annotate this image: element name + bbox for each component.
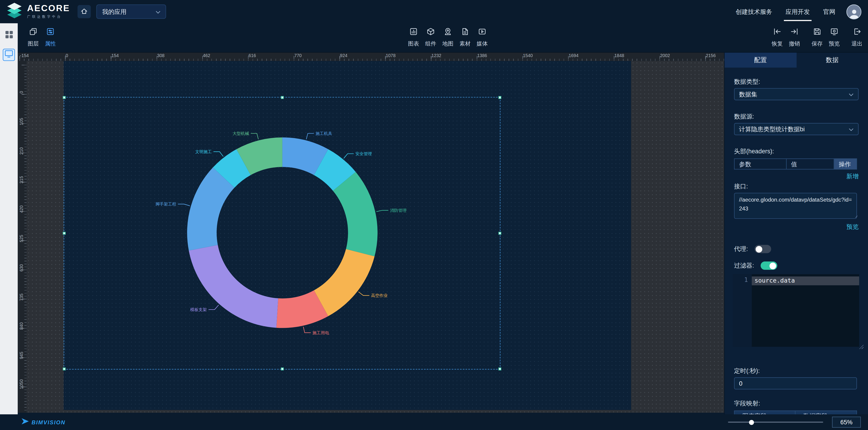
pages-grid-button[interactable]	[3, 29, 15, 41]
resize-handle-se[interactable]	[499, 368, 501, 370]
media-icon	[478, 27, 487, 38]
ruler-mark-v: 0	[19, 88, 24, 97]
design-canvas[interactable]: 施工机具安全管理消防管理高空作业施工用电模板支架脚手架工程文明施工大型机械	[64, 61, 631, 410]
ruler-vertical: 01052103154205256307358409451050	[18, 61, 27, 413]
proxy-label: 代理:	[734, 245, 748, 253]
resize-handle-n[interactable]	[281, 96, 283, 99]
headers-table: 参数 值 操作	[734, 159, 859, 170]
timer-input[interactable]	[734, 377, 857, 390]
properties-panel-button[interactable]: 属性	[42, 23, 59, 48]
donut-label: 施工用电	[312, 331, 329, 335]
brand-subtitle: 广联达数字中台	[27, 14, 70, 19]
tab-data[interactable]: 数据	[796, 53, 868, 67]
topbar: AECORE 广联达数字中台 我的应用 创建技术服务 应用开发 官网	[0, 0, 868, 23]
bimvision-logo-icon	[21, 417, 30, 427]
top-nav: 创建技术服务 应用开发 官网	[736, 0, 846, 23]
ruler-mark-v: 210	[19, 146, 24, 155]
page-thumbnail-button[interactable]	[3, 49, 15, 61]
filter-toggle[interactable]	[761, 261, 777, 270]
ruler-mark-h: 1540	[523, 53, 533, 58]
nav-app-development[interactable]: 应用开发	[785, 0, 810, 23]
donut-chart[interactable]: 施工机具安全管理消防管理高空作业施工用电模板支架脚手架工程文明施工大型机械	[64, 61, 631, 410]
brand: AECORE 广联达数字中台	[0, 2, 70, 21]
toggle-knob	[770, 262, 776, 269]
editor-code-area: source.data	[752, 274, 859, 347]
save-button[interactable]: 保存	[809, 23, 826, 48]
components-button[interactable]: 组件	[423, 23, 439, 48]
ruler-mark-h: 616	[248, 53, 256, 58]
materials-button[interactable]: 素材	[457, 23, 473, 48]
ruler-mark-h: 1232	[432, 53, 441, 58]
resize-grip-icon	[859, 345, 864, 349]
add-header-link[interactable]: 新增	[734, 173, 859, 180]
donut-segment[interactable]	[189, 245, 278, 328]
headers-col-param: 参数	[734, 159, 786, 170]
ruler-mark-h: 308	[157, 53, 164, 58]
field-mapping-label: 字段映射:	[734, 400, 859, 408]
toolbar-center-group: 图表 组件 地图 素材	[405, 23, 490, 48]
app-root: AECORE 广联达数字中台 我的应用 创建技术服务 应用开发 官网	[0, 0, 868, 430]
toolbar-left-group: 图层 属性	[25, 23, 59, 48]
toolbar-label: 恢复	[772, 40, 783, 48]
workspace: 施工机具安全管理消防管理高空作业施工用电模板支架脚手架工程文明施工大型机械	[27, 61, 724, 413]
donut-label: 文明施工	[195, 149, 212, 154]
screen-icon	[4, 50, 13, 60]
resize-handle-sw[interactable]	[63, 368, 65, 370]
proxy-toggle[interactable]	[754, 245, 771, 253]
app-select[interactable]: 我的应用	[97, 4, 166, 19]
resize-handle-nw[interactable]	[63, 96, 65, 99]
donut-label-line	[209, 305, 218, 310]
user-avatar[interactable]	[846, 4, 861, 19]
media-button[interactable]: 媒体	[474, 23, 490, 48]
restore-button[interactable]: 恢复	[769, 23, 785, 48]
field-mapping-header: 图表字段 数据字段	[734, 410, 859, 414]
donut-label-line	[344, 154, 354, 159]
api-url-input[interactable]: //aecore.glodon.com/datavp/dataSets/gdc?…	[734, 193, 857, 219]
exit-button[interactable]: 退出	[849, 23, 865, 48]
toolbar: 图层 属性 图表 组件	[18, 23, 868, 53]
ruler-mark-v: 105	[19, 117, 24, 126]
resize-handle-w[interactable]	[63, 232, 65, 235]
donut-label: 大型机械	[232, 131, 249, 136]
resize-handle-e[interactable]	[499, 232, 501, 235]
chevron-down-icon	[849, 126, 854, 133]
nav-create-tech-service[interactable]: 创建技术服务	[736, 0, 772, 23]
zoom-value: 65%	[832, 417, 861, 428]
properties-icon	[46, 27, 55, 38]
save-icon	[813, 27, 822, 38]
data-type-select[interactable]: 数据集	[734, 88, 859, 101]
filter-code-editor[interactable]: 1 source.data	[733, 274, 859, 347]
resize-handle-ne[interactable]	[499, 96, 501, 99]
preview-button[interactable]: 预览	[826, 23, 842, 48]
donut-segment[interactable]	[314, 249, 374, 316]
app-select-value: 我的应用	[102, 7, 126, 16]
zoom-slider-knob[interactable]	[749, 420, 754, 425]
resize-handle-s[interactable]	[281, 368, 283, 370]
headers-col-action: 操作	[834, 159, 857, 170]
chevron-down-icon	[849, 91, 854, 97]
toolbar-label: 属性	[45, 40, 56, 48]
fm-col-data-field: 数据字段	[796, 410, 857, 414]
donut-label-line	[303, 327, 311, 333]
layers-panel-button[interactable]: 图层	[25, 23, 41, 48]
panel-tabs: 配置 数据	[724, 53, 868, 67]
charts-button[interactable]: 图表	[405, 23, 422, 48]
tab-config[interactable]: 配置	[724, 53, 796, 67]
nav-official-site[interactable]: 官网	[823, 0, 836, 23]
data-source-select[interactable]: 计算隐患类型统计数据bi	[734, 123, 859, 135]
home-button[interactable]	[78, 5, 91, 18]
toolbar-label: 保存	[812, 40, 823, 48]
toggle-knob	[756, 246, 762, 252]
undo-button[interactable]: 撤销	[786, 23, 803, 48]
zoom-slider[interactable]	[728, 422, 823, 423]
toolbar-label: 地图	[442, 40, 454, 48]
ruler-mark-h: 462	[203, 53, 210, 58]
preview-data-link[interactable]: 预览	[734, 223, 859, 230]
ruler-mark-h: -154	[20, 53, 29, 58]
ruler-mark-h: 2002	[660, 53, 670, 58]
preview-icon	[830, 27, 839, 38]
donut-label-line	[376, 210, 388, 211]
map-button[interactable]: 地图	[439, 23, 456, 48]
ruler-mark-v: 1050	[19, 380, 24, 389]
config-panel: 配置 数据 数据类型: 数据集 数据源: 计算隐患类型统计数据bi 头部(hea…	[724, 53, 868, 414]
